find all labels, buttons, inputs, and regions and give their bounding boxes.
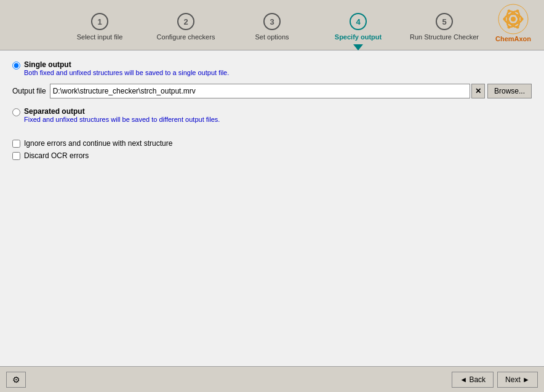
next-button[interactable]: Next ► bbox=[497, 372, 538, 388]
step-2-label: Configure checkers bbox=[157, 33, 215, 41]
step-4[interactable]: 4 Specify output bbox=[315, 13, 401, 41]
svg-point-5 bbox=[521, 18, 524, 21]
svg-point-6 bbox=[503, 18, 506, 21]
step-2-circle: 2 bbox=[177, 13, 194, 30]
single-output-content: Single output Both fixed and unfixed str… bbox=[24, 60, 229, 80]
step-4-circle: 4 bbox=[350, 13, 367, 30]
step-3-label: Set options bbox=[255, 33, 289, 41]
wizard-footer: ⚙ ◄ Back Next ► bbox=[0, 366, 544, 392]
svg-point-8 bbox=[508, 26, 511, 29]
gear-icon: ⚙ bbox=[12, 375, 20, 385]
footer-right: ◄ Back Next ► bbox=[452, 372, 538, 388]
single-output-radio[interactable] bbox=[12, 62, 20, 70]
discard-ocr-label[interactable]: Discard OCR errors bbox=[24, 151, 89, 160]
step-3[interactable]: 3 Set options bbox=[229, 13, 315, 41]
back-label: ◄ Back bbox=[460, 375, 486, 384]
back-button[interactable]: ◄ Back bbox=[452, 372, 494, 388]
ignore-errors-checkbox[interactable] bbox=[12, 140, 20, 148]
step-1-label: Select input file bbox=[77, 33, 123, 41]
browse-button[interactable]: Browse... bbox=[487, 84, 532, 98]
output-file-label: Output file bbox=[12, 87, 46, 95]
clear-output-button[interactable]: ✕ bbox=[471, 84, 485, 98]
step-3-circle: 3 bbox=[263, 13, 281, 30]
logo-area: ChemAxon bbox=[489, 3, 538, 42]
output-file-row: Output file ✕ Browse... bbox=[12, 84, 532, 98]
active-step-arrow bbox=[353, 44, 363, 50]
wizard-steps: 1 Select input file 2 Configure checkers… bbox=[0, 13, 544, 41]
separated-output-radio[interactable] bbox=[12, 108, 20, 116]
chemaxon-logo-text: ChemAxon bbox=[495, 35, 531, 42]
step-2[interactable]: 2 Configure checkers bbox=[143, 13, 229, 41]
step-5[interactable]: 5 Run Structure Checker bbox=[401, 13, 487, 41]
wizard-header: 1 Select input file 2 Configure checkers… bbox=[0, 0, 544, 50]
svg-point-4 bbox=[511, 17, 516, 22]
separated-output-group: Separated output Fixed and unfixed struc… bbox=[12, 107, 532, 127]
main-content: Single output Both fixed and unfixed str… bbox=[0, 50, 544, 366]
chemaxon-logo-icon bbox=[497, 3, 529, 35]
discard-ocr-row: Discard OCR errors bbox=[12, 151, 532, 160]
svg-point-9 bbox=[508, 10, 511, 13]
step-5-circle: 5 bbox=[436, 13, 453, 30]
next-label: Next ► bbox=[505, 375, 530, 384]
step-1[interactable]: 1 Select input file bbox=[57, 13, 143, 41]
discard-ocr-checkbox[interactable] bbox=[12, 152, 20, 160]
ignore-errors-label[interactable]: Ignore errors and continue with next str… bbox=[24, 139, 172, 148]
single-output-desc: Both fixed and unfixed structures will b… bbox=[24, 69, 229, 76]
single-output-group: Single output Both fixed and unfixed str… bbox=[12, 60, 532, 80]
step-4-label: Specify output bbox=[335, 33, 382, 41]
output-file-input[interactable] bbox=[50, 84, 470, 98]
step-5-label: Run Structure Checker bbox=[410, 33, 479, 41]
separated-output-content: Separated output Fixed and unfixed struc… bbox=[24, 107, 220, 127]
settings-button[interactable]: ⚙ bbox=[6, 372, 26, 388]
ignore-errors-row: Ignore errors and continue with next str… bbox=[12, 139, 532, 148]
separated-output-desc: Fixed and unfixed structures will be sav… bbox=[24, 116, 220, 123]
svg-point-7 bbox=[516, 10, 519, 13]
svg-point-10 bbox=[516, 26, 519, 29]
separated-output-title[interactable]: Separated output bbox=[24, 107, 85, 116]
footer-left: ⚙ bbox=[6, 372, 26, 388]
step-1-circle: 1 bbox=[91, 13, 108, 30]
single-output-title[interactable]: Single output bbox=[24, 60, 71, 69]
